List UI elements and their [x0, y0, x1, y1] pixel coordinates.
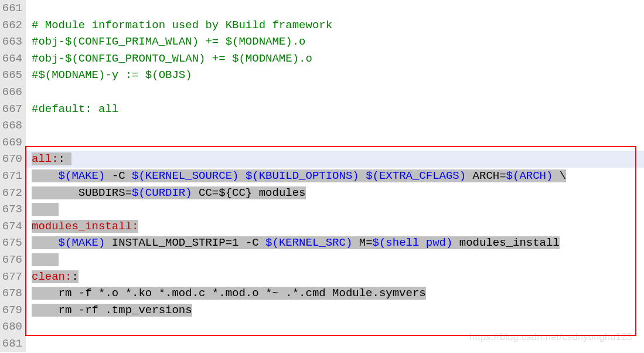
- code-token: :: [59, 152, 72, 165]
- line-number: 668: [1, 117, 22, 134]
- code-token: $(MAKE): [59, 236, 105, 249]
- code-token: ARCH=: [466, 169, 506, 182]
- line-number: 661: [1, 0, 22, 17]
- line-number: 667: [1, 101, 22, 118]
- line-number: 666: [1, 84, 22, 101]
- code-token: # Module information used by KBuild fram…: [32, 19, 332, 32]
- code-area[interactable]: # Module information used by KBuild fram…: [26, 0, 644, 352]
- code-line[interactable]: [32, 134, 644, 151]
- code-line[interactable]: #default: all: [32, 101, 644, 118]
- code-token: M=: [352, 236, 372, 249]
- indent: [32, 253, 59, 266]
- line-number: 670: [1, 151, 22, 168]
- code-token: CC=${CC} modules: [192, 186, 306, 199]
- code-token: all:: [32, 152, 59, 165]
- code-token: #obj-$(CONFIG_PRIMA_WLAN) += $(MODNAME).…: [32, 35, 305, 48]
- indent: [32, 203, 59, 216]
- code-token: $(shell pwd): [373, 236, 453, 249]
- code-line[interactable]: [32, 0, 644, 17]
- line-number: 675: [1, 235, 22, 252]
- line-number: 674: [1, 218, 22, 235]
- code-line[interactable]: rm -f *.o *.ko *.mod.c *.mod.o *~ .*.cmd…: [32, 285, 644, 302]
- line-number: 673: [1, 201, 22, 218]
- indent: [32, 186, 59, 199]
- code-token: #$(MODNAME)-y := $(OBJS): [32, 69, 192, 82]
- code-token: $(KERNEL_SOURCE): [132, 169, 238, 182]
- code-token: -C: [105, 169, 132, 182]
- line-number: 671: [1, 168, 22, 185]
- code-line[interactable]: [32, 84, 644, 101]
- code-line[interactable]: #obj-$(CONFIG_PRONTO_WLAN) += $(MODNAME)…: [32, 50, 644, 67]
- indent: [32, 236, 59, 249]
- code-token: rm -f *.o *.ko *.mod.c *.mod.o *~ .*.cmd…: [59, 287, 426, 300]
- line-number: 679: [1, 302, 22, 319]
- code-line[interactable]: # Module information used by KBuild fram…: [32, 17, 644, 34]
- code-token: INSTALL_MOD_STRIP=1 -C: [105, 236, 265, 249]
- line-number: 676: [1, 252, 22, 269]
- watermark-text: https://blog.csdn.net/csdnyonghu123: [469, 332, 632, 342]
- code-line[interactable]: #obj-$(CONFIG_PRIMA_WLAN) += $(MODNAME).…: [32, 33, 644, 50]
- line-number: 677: [1, 269, 22, 286]
- code-line[interactable]: [32, 201, 644, 218]
- code-token: #obj-$(CONFIG_PRONTO_WLAN) += $(MODNAME)…: [32, 52, 312, 65]
- line-number: 663: [1, 33, 22, 50]
- code-line[interactable]: $(MAKE) -C $(KERNEL_SOURCE) $(KBUILD_OPT…: [32, 168, 644, 185]
- code-line[interactable]: rm -rf .tmp_versions: [32, 302, 644, 319]
- line-number: 664: [1, 50, 22, 67]
- code-line[interactable]: [32, 117, 644, 134]
- line-number: 665: [1, 67, 22, 84]
- line-number: 680: [1, 318, 22, 335]
- code-line[interactable]: [32, 252, 644, 269]
- code-token: #default: all: [32, 103, 118, 116]
- code-token: [359, 169, 366, 182]
- code-line[interactable]: clean::: [32, 269, 644, 286]
- code-token: $(KBUILD_OPTIONS): [246, 169, 359, 182]
- line-number-gutter: 6616626636646656666676686696706716726736…: [0, 0, 26, 352]
- code-token: modules_install:: [32, 220, 138, 233]
- code-token: $(ARCH): [506, 169, 553, 182]
- line-number: 681: [1, 335, 22, 352]
- line-number: 662: [1, 17, 22, 34]
- code-line[interactable]: SUBDIRS=$(CURDIR) CC=${CC} modules: [32, 185, 644, 202]
- code-line[interactable]: modules_install:: [32, 218, 644, 235]
- code-line[interactable]: all::: [32, 151, 644, 168]
- code-token: SUBDIRS=: [59, 186, 132, 199]
- code-token: \: [553, 169, 566, 182]
- indent: [32, 169, 59, 182]
- code-token: clean:: [32, 270, 71, 283]
- indent: [32, 287, 59, 300]
- code-token: [238, 169, 245, 182]
- indent: [32, 304, 59, 317]
- code-token: $(MAKE): [59, 169, 105, 182]
- code-token: $(EXTRA_CFLAGS): [366, 169, 466, 182]
- line-number: 678: [1, 285, 22, 302]
- code-token: $(KERNEL_SRC): [265, 236, 352, 249]
- line-number: 669: [1, 134, 22, 151]
- code-line[interactable]: #$(MODNAME)-y := $(OBJS): [32, 67, 644, 84]
- line-number: 672: [1, 185, 22, 202]
- code-line[interactable]: $(MAKE) INSTALL_MOD_STRIP=1 -C $(KERNEL_…: [32, 235, 644, 252]
- code-token: $(CURDIR): [132, 186, 192, 199]
- code-token: :: [71, 270, 78, 283]
- code-editor[interactable]: 6616626636646656666676686696706716726736…: [0, 0, 644, 352]
- code-token: modules_install: [452, 236, 559, 249]
- code-token: rm -rf .tmp_versions: [59, 304, 192, 317]
